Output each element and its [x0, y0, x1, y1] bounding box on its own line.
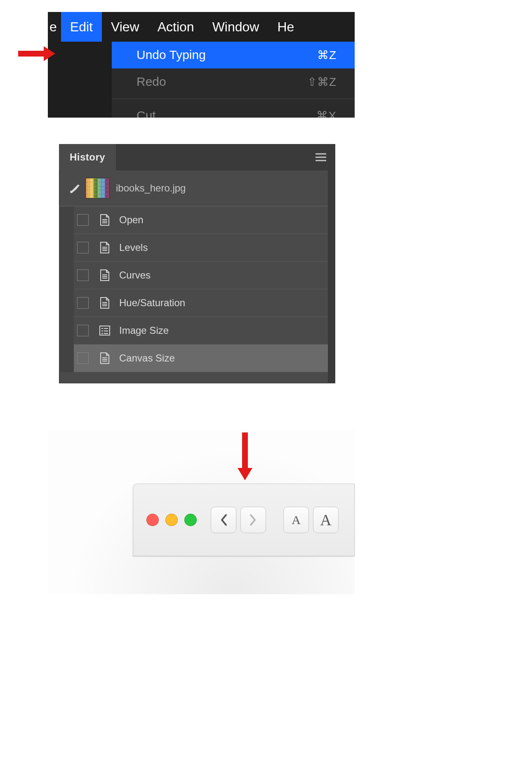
history-step-label: Hue/Saturation: [119, 297, 185, 309]
menubar-item-edit[interactable]: Edit: [61, 12, 102, 42]
menubar-item-label: Action: [158, 19, 194, 35]
document-icon: [98, 241, 112, 254]
document-icon: [98, 213, 112, 227]
history-step[interactable]: Open: [74, 206, 335, 234]
traffic-light-zoom[interactable]: [184, 514, 197, 526]
history-snapshot-checkbox[interactable]: [77, 325, 89, 336]
document-icon: [98, 269, 112, 282]
history-snapshot-checkbox[interactable]: [77, 269, 89, 281]
menu-item-shortcut: ⌘X: [316, 109, 337, 118]
chevron-right-icon: [249, 513, 257, 527]
forward-button[interactable]: [240, 507, 266, 533]
button-label: A: [292, 513, 301, 527]
history-snapshot-checkbox[interactable]: [77, 297, 89, 309]
history-step[interactable]: Curves: [74, 262, 335, 289]
menubar: e Edit View Action Window He: [48, 12, 355, 42]
window-titlebar: A A: [133, 484, 355, 556]
history-step[interactable]: Hue/Saturation: [74, 289, 335, 317]
history-step-label: Levels: [119, 242, 148, 253]
menubar-item-label: Window: [212, 19, 259, 35]
history-step-label: Curves: [119, 269, 151, 281]
menu-item-label: Cut: [137, 109, 156, 118]
edit-dropdown: Undo Typing ⌘Z Redo ⇧⌘Z Cut ⌘X: [112, 42, 355, 118]
menu-item-undo[interactable]: Undo Typing ⌘Z: [112, 42, 355, 68]
history-step-label: Canvas Size: [119, 352, 175, 364]
font-size-smaller-button[interactable]: A: [283, 507, 309, 533]
menu-item-label: Redo: [137, 75, 166, 89]
history-snapshot-checkbox[interactable]: [77, 242, 89, 253]
traffic-light-close[interactable]: [146, 514, 159, 526]
chevron-left-icon: [219, 513, 228, 527]
callout-arrow-down: [238, 432, 252, 480]
menu-item-shortcut: ⇧⌘Z: [307, 75, 337, 89]
tab-history[interactable]: History: [59, 144, 116, 170]
menubar-item-label: View: [111, 19, 139, 35]
history-step-list: Open Levels Curves Hue/Saturation Image: [59, 206, 335, 372]
menubar-item-action[interactable]: Action: [148, 12, 203, 42]
menubar-item-help[interactable]: He: [268, 12, 303, 42]
panel-scrollbar[interactable]: [328, 170, 335, 383]
font-size-larger-button[interactable]: A: [313, 507, 339, 533]
back-button[interactable]: [211, 507, 236, 533]
history-brush-icon: [68, 181, 82, 195]
menubar-fragment: e: [48, 19, 61, 35]
traffic-light-minimize[interactable]: [165, 514, 178, 526]
callout-arrow-right: [18, 46, 55, 61]
history-step-label: Open: [119, 214, 144, 226]
menu-item-label: Undo Typing: [137, 48, 206, 62]
menu-item-shortcut: ⌘Z: [317, 48, 337, 62]
hamburger-icon: [315, 153, 326, 161]
history-step-label: Image Size: [119, 325, 169, 336]
panel-menu-button[interactable]: [306, 144, 335, 170]
history-document-header[interactable]: ibooks_hero.jpg: [59, 170, 335, 206]
menu-item-cut[interactable]: Cut ⌘X: [112, 102, 355, 118]
document-icon: [98, 352, 112, 365]
button-label: A: [320, 511, 331, 529]
list-icon: [98, 324, 112, 337]
menubar-item-window[interactable]: Window: [203, 12, 268, 42]
history-step[interactable]: Image Size: [74, 317, 335, 345]
history-snapshot-checkbox[interactable]: [77, 352, 89, 364]
history-step[interactable]: Canvas Size: [74, 345, 335, 372]
history-panel: History ibooks_hero.jpg Open: [59, 144, 335, 383]
mac-toolbar-screenshot: A A: [48, 429, 355, 594]
svg-point-0: [70, 191, 73, 193]
history-snapshot-checkbox[interactable]: [77, 214, 89, 226]
history-step[interactable]: Levels: [74, 234, 335, 262]
menubar-item-view[interactable]: View: [102, 12, 148, 42]
document-thumbnail: [85, 178, 109, 198]
menu-separator: [112, 99, 355, 99]
menubar-item-label: Edit: [70, 19, 93, 35]
menu-item-redo[interactable]: Redo ⇧⌘Z: [112, 68, 355, 95]
edit-menu-screenshot: e Edit View Action Window He Undo Typing…: [48, 12, 355, 118]
menubar-item-label: He: [277, 19, 294, 35]
tab-label: History: [70, 151, 105, 163]
panel-tabbar: History: [59, 144, 335, 170]
document-filename: ibooks_hero.jpg: [116, 182, 186, 194]
document-icon: [98, 296, 112, 309]
